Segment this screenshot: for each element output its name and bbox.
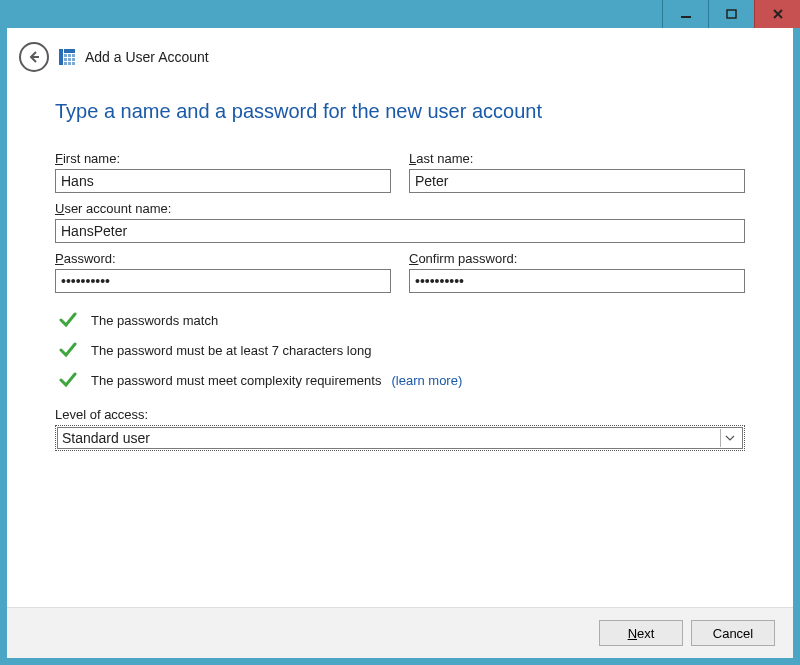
svg-rect-9 xyxy=(72,58,75,61)
svg-rect-11 xyxy=(68,62,71,65)
validation-checks: The passwords match The password must be… xyxy=(55,311,745,389)
close-button[interactable] xyxy=(754,0,800,28)
password-input[interactable] xyxy=(55,269,391,293)
last-name-field-group: Last name: xyxy=(409,151,745,193)
chevron-down-icon xyxy=(720,429,738,447)
svg-rect-10 xyxy=(64,62,67,65)
confirm-input[interactable] xyxy=(409,269,745,293)
client-area: Add a User Account Type a name and a pas… xyxy=(7,28,793,658)
check-row-complexity: The password must meet complexity requir… xyxy=(55,371,745,389)
level-select-wrap: Standard user xyxy=(55,425,745,451)
window: Add a User Account Type a name and a pas… xyxy=(0,0,800,665)
next-button[interactable]: Next xyxy=(599,620,683,646)
footer: Next Cancel xyxy=(7,607,793,658)
check-row-length: The password must be at least 7 characte… xyxy=(55,341,745,359)
name-row: First name: Last name: xyxy=(55,151,745,193)
back-button[interactable] xyxy=(19,42,49,72)
level-label: Level of access: xyxy=(55,407,745,422)
check-icon xyxy=(59,371,77,389)
svg-rect-7 xyxy=(64,58,67,61)
password-field-group: Password: xyxy=(55,251,391,293)
svg-rect-1 xyxy=(727,10,736,18)
check-row-match: The passwords match xyxy=(55,311,745,329)
first-name-input[interactable] xyxy=(55,169,391,193)
cancel-button[interactable]: Cancel xyxy=(691,620,775,646)
maximize-icon xyxy=(726,8,738,20)
back-arrow-icon xyxy=(26,49,42,65)
account-name-input[interactable] xyxy=(55,219,745,243)
svg-rect-12 xyxy=(72,62,75,65)
last-name-input[interactable] xyxy=(409,169,745,193)
svg-rect-5 xyxy=(68,54,71,57)
confirm-label: Confirm password: xyxy=(409,251,745,266)
titlebar-buttons xyxy=(662,0,800,28)
svg-rect-8 xyxy=(68,58,71,61)
level-value: Standard user xyxy=(62,430,150,446)
check-text: The password must be at least 7 characte… xyxy=(91,343,371,358)
page-heading: Type a name and a password for the new u… xyxy=(55,100,745,123)
close-icon xyxy=(772,8,784,20)
header-title: Add a User Account xyxy=(85,49,209,65)
svg-rect-4 xyxy=(64,54,67,57)
account-name-field-group: User account name: xyxy=(55,201,745,243)
maximize-button[interactable] xyxy=(708,0,754,28)
password-row: Password: Confirm password: xyxy=(55,251,745,293)
minimize-icon xyxy=(680,8,692,20)
check-icon xyxy=(59,311,77,329)
dashboard-icon xyxy=(59,49,75,65)
account-row: User account name: xyxy=(55,201,745,243)
password-label: Password: xyxy=(55,251,391,266)
content: Type a name and a password for the new u… xyxy=(7,86,793,607)
svg-rect-2 xyxy=(59,49,63,65)
titlebar xyxy=(0,0,800,28)
level-field-group: Level of access: Standard user xyxy=(55,407,745,451)
first-name-field-group: First name: xyxy=(55,151,391,193)
svg-rect-0 xyxy=(681,16,691,18)
first-name-label: First name: xyxy=(55,151,391,166)
last-name-label: Last name: xyxy=(409,151,745,166)
check-text: The passwords match xyxy=(91,313,218,328)
check-text: The password must meet complexity requir… xyxy=(91,373,462,388)
minimize-button[interactable] xyxy=(662,0,708,28)
level-select[interactable]: Standard user xyxy=(57,427,743,449)
account-name-label: User account name: xyxy=(55,201,745,216)
svg-rect-6 xyxy=(72,54,75,57)
svg-rect-3 xyxy=(64,49,75,53)
confirm-field-group: Confirm password: xyxy=(409,251,745,293)
header: Add a User Account xyxy=(7,28,793,86)
learn-more-link[interactable]: (learn more) xyxy=(391,373,462,388)
check-icon xyxy=(59,341,77,359)
